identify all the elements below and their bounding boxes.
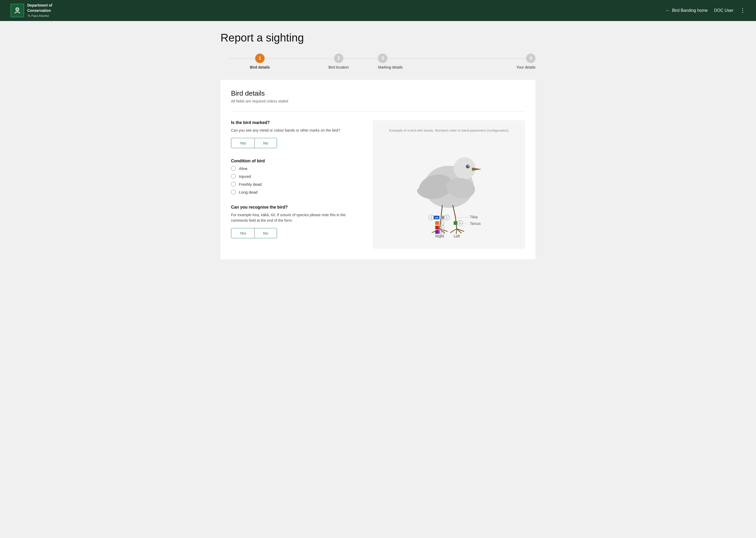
svg-text:2: 2 — [441, 226, 442, 229]
bird-recognise-yn-group: Yes No — [231, 228, 277, 238]
bird-condition-title: Condition of bird — [231, 159, 362, 163]
svg-rect-27 — [441, 216, 444, 219]
svg-rect-36 — [435, 230, 439, 234]
condition-alive-option[interactable]: Alive — [231, 166, 362, 171]
back-arrow-icon: ← — [666, 8, 670, 13]
stepper-circle-1: 1 — [255, 54, 264, 63]
bird-marked-yes-button[interactable]: Yes — [231, 138, 255, 148]
stepper-step-3: 3 Marking details — [378, 54, 457, 69]
site-header: Department ofConservation Te Papa Atawha… — [0, 0, 756, 21]
bird-diagram-panel: Example of a bird with bands. Numbers re… — [373, 120, 525, 249]
bird-condition-radio-group: Alive Injured Freshly dead Long dea — [231, 166, 362, 194]
svg-line-11 — [441, 205, 442, 217]
condition-long-dead-label: Long dead — [239, 190, 258, 194]
svg-line-20 — [456, 229, 457, 234]
svg-point-5 — [466, 165, 470, 168]
right-label: Right — [436, 234, 444, 238]
condition-injured-label: Injured — [239, 174, 251, 179]
svg-point-6 — [468, 166, 469, 167]
user-name: DOC User — [714, 8, 733, 13]
home-link-text: Bird Banding home — [672, 8, 708, 13]
svg-marker-7 — [472, 168, 482, 171]
page-title: Report a sighting — [220, 31, 536, 44]
condition-freshly-dead-option[interactable]: Freshly dead — [231, 182, 362, 187]
svg-line-19 — [450, 229, 457, 233]
svg-text:1: 1 — [431, 216, 432, 219]
bird-banding-home-link[interactable]: ← Bird Banding home — [666, 8, 708, 13]
bird-marked-no-button[interactable]: No — [255, 138, 276, 148]
bird-recognise-desc: For example Kea, kākā, tūī. If unsure of… — [231, 212, 362, 223]
logo-icon — [11, 4, 24, 17]
header-right: ← Bird Banding home DOC User ⋮ — [666, 7, 745, 14]
condition-long-dead-option[interactable]: Long dead — [231, 190, 362, 194]
main-content: Report a sighting 1 Bird details 2 Bird … — [210, 21, 546, 275]
stepper-label-3: Marking details — [378, 65, 403, 69]
svg-rect-39 — [453, 221, 457, 225]
condition-long-dead-radio[interactable] — [231, 190, 236, 194]
condition-freshly-dead-label: Freshly dead — [239, 182, 262, 187]
bird-diagram-caption: Example of a bird with bands. Numbers re… — [389, 128, 509, 133]
stepper-circle-4: 4 — [526, 54, 536, 63]
bird-marked-section: Is the bird marked? Can you see any meta… — [231, 120, 362, 148]
card-subtitle: All fields are required unless stated — [231, 99, 525, 103]
condition-injured-option[interactable]: Injured — [231, 174, 362, 179]
condition-alive-radio[interactable] — [231, 166, 236, 171]
stepper-label-1: Bird details — [250, 65, 270, 69]
tibia-label: Tibia — [470, 215, 478, 219]
bird-recognise-title: Can you recognise the bird? — [231, 205, 362, 210]
svg-text:3: 3 — [441, 231, 442, 234]
two-column-layout: Is the bird marked? Can you see any meta… — [231, 120, 525, 249]
bird-condition-section: Condition of bird Alive Injured Fresh — [231, 159, 362, 194]
left-label: Left — [453, 234, 460, 238]
stepper: 1 Bird details 2 Bird location 3 Marking… — [220, 54, 536, 69]
svg-point-2 — [16, 8, 19, 10]
stepper-label-2: Bird location — [328, 65, 349, 69]
tarsus-label: Tarsus — [470, 221, 481, 226]
bird-recognise-no-button[interactable]: No — [255, 228, 276, 238]
org-name-text: Department ofConservation Te Papa Atawha… — [27, 3, 52, 18]
bird-diagram-svg: 1 A3 1 1 — [389, 138, 509, 238]
svg-text:A3: A3 — [435, 216, 438, 219]
bird-marked-yn-group: Yes No — [231, 138, 277, 148]
svg-text:1: 1 — [446, 216, 448, 219]
form-card: Bird details All fields are required unl… — [220, 80, 536, 259]
stepper-circle-3: 3 — [378, 54, 388, 63]
bird-marked-title: Is the bird marked? — [231, 120, 362, 125]
svg-rect-30 — [435, 221, 439, 225]
card-divider — [231, 112, 525, 112]
bird-recognise-yes-button[interactable]: Yes — [231, 228, 255, 238]
svg-text:1: 1 — [441, 222, 442, 225]
stepper-step-2: 2 Bird location — [299, 54, 378, 69]
condition-freshly-dead-radio[interactable] — [231, 182, 236, 187]
svg-rect-33 — [435, 226, 439, 229]
card-title: Bird details — [231, 89, 525, 97]
stepper-circle-2: 2 — [334, 54, 343, 63]
bird-recognise-section: Can you recognise the bird? For example … — [231, 205, 362, 238]
stepper-step-4: 4 Your details — [457, 54, 536, 69]
bird-marked-desc: Can you see any metal or colour bands or… — [231, 128, 362, 133]
menu-icon[interactable]: ⋮ — [740, 7, 745, 14]
condition-injured-radio[interactable] — [231, 174, 236, 179]
logo-area: Department ofConservation Te Papa Atawha… — [11, 3, 52, 18]
stepper-step-1: 1 Bird details — [220, 54, 299, 69]
stepper-label-4: Your details — [516, 65, 536, 69]
bird-diagram-svg-container: 1 A3 1 1 — [378, 138, 520, 238]
condition-alive-label: Alive — [239, 166, 248, 171]
form-left-column: Is the bird marked? Can you see any meta… — [231, 120, 362, 249]
